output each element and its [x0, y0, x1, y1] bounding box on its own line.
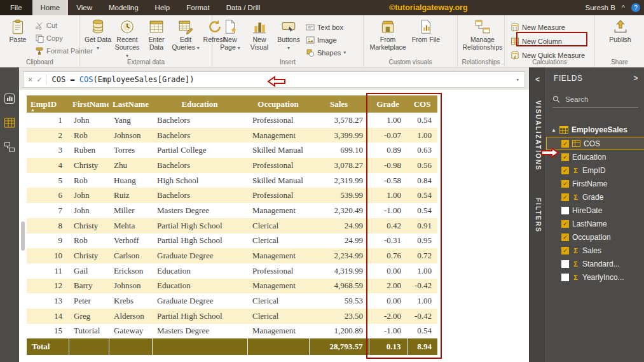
- table-row[interactable]: 12BarryJohnsonEducationManagement4,968.5…: [27, 279, 437, 294]
- table-row[interactable]: 13PeterKrebsGraduate DegreeClerical59.53…: [27, 293, 437, 309]
- column-header-firstname[interactable]: FirstName: [69, 95, 109, 113]
- visualizations-tab[interactable]: VISUALIZATIONS: [535, 101, 542, 171]
- field-checkbox-unchecked[interactable]: [561, 274, 569, 281]
- text-box-label: Text box: [317, 24, 343, 31]
- table-cell: -1.00: [369, 324, 407, 339]
- enter-data-button[interactable]: Enter Data: [142, 18, 170, 51]
- column-header-empid[interactable]: EmpID▲: [27, 95, 69, 113]
- table-row[interactable]: 11GailEricksonEducationProfessional4,319…: [27, 263, 437, 279]
- help-icon[interactable]: ?: [631, 3, 640, 12]
- table-row[interactable]: 3RubenTorresPartial CollegeSkilled Manua…: [27, 143, 437, 158]
- formula-expand-icon[interactable]: ▾: [516, 76, 519, 83]
- text-box-button[interactable]: Text box: [304, 21, 348, 33]
- field-checkbox-checked[interactable]: ✓: [561, 220, 569, 228]
- brand-text: ©tutorialgateway.org: [389, 0, 468, 15]
- table-cell: Graduate Degree: [152, 248, 247, 263]
- tab-file[interactable]: File: [0, 0, 32, 15]
- cancel-icon[interactable]: ×: [24, 75, 37, 84]
- field-item-hiredate[interactable]: HireDate: [546, 204, 644, 217]
- field-item-education[interactable]: ✓Education: [546, 150, 644, 164]
- shapes-button[interactable]: Shapes ▾: [304, 46, 348, 59]
- paste-button[interactable]: Paste: [4, 18, 32, 43]
- field-item-lastname[interactable]: ✓LastName: [546, 217, 644, 230]
- field-item-sales[interactable]: ✓ΣSales: [546, 244, 644, 257]
- get-data-button[interactable]: Get Data ▾: [84, 18, 112, 52]
- recent-sources-button[interactable]: Recent Sources ▾: [113, 18, 141, 60]
- field-item-standard[interactable]: ΣStandard...: [546, 257, 644, 270]
- table-cell: 0.54: [407, 188, 437, 203]
- formula-bar[interactable]: × ✓ COS = COS(EmployeeSales[Grade]) ▾: [23, 71, 525, 88]
- field-checkbox-unchecked[interactable]: [561, 260, 569, 268]
- tab-view[interactable]: View: [68, 0, 100, 15]
- table-row[interactable]: 15TutorialGatewayMasters DegreeManagemen…: [27, 324, 437, 339]
- table-row[interactable]: 2RobJohnsonBachelorsManagement3,399.99-0…: [27, 128, 437, 143]
- field-checkbox-checked[interactable]: ✓: [561, 180, 569, 188]
- from-marketplace-button[interactable]: From Marketplace: [367, 18, 408, 51]
- expand-collapse-icon[interactable]: ▲: [551, 127, 556, 133]
- table-cell: 1.00: [369, 113, 407, 128]
- table-row[interactable]: 6JohnRuizBachelorsProfessional539.991.00…: [27, 188, 437, 203]
- table-row[interactable]: 8ChristyMehtaPartial High SchoolClerical…: [27, 218, 437, 233]
- collapse-panel-icon[interactable]: <: [535, 75, 540, 84]
- column-header-occupation[interactable]: Occupation: [247, 95, 309, 113]
- report-view-button[interactable]: [4, 93, 15, 104]
- field-item-firstname[interactable]: ✓FirstName: [546, 177, 644, 190]
- model-view-button[interactable]: [4, 141, 15, 153]
- field-checkbox-unchecked[interactable]: [561, 207, 569, 214]
- column-header-cos[interactable]: COS: [407, 95, 437, 113]
- paste-icon: [10, 18, 26, 35]
- new-page-button[interactable]: New Page ▾: [216, 18, 244, 52]
- field-checkbox-checked[interactable]: ✓: [561, 193, 569, 201]
- data-view-button[interactable]: [4, 117, 15, 129]
- field-item-cos[interactable]: ✓COS: [546, 137, 644, 150]
- table-cell: Skilled Manual: [247, 143, 309, 158]
- field-checkbox-checked[interactable]: ✓: [561, 247, 569, 254]
- field-item-grade[interactable]: ✓ΣGrade: [546, 190, 644, 204]
- table-cell: Torres: [109, 143, 152, 158]
- field-checkbox-checked[interactable]: ✓: [561, 153, 569, 161]
- field-checkbox-checked[interactable]: ✓: [561, 167, 569, 174]
- new-measure-button[interactable]: New Measure: [509, 20, 587, 34]
- field-item-empid[interactable]: ✓ΣEmpID: [546, 164, 644, 177]
- column-header-lastname[interactable]: LastName: [109, 95, 152, 113]
- publish-label: Publish: [609, 36, 631, 43]
- from-file-button[interactable]: From File: [409, 18, 442, 43]
- tab-format[interactable]: Format: [178, 0, 217, 15]
- tab-modeling[interactable]: Modeling: [100, 0, 147, 15]
- tab-data-drill[interactable]: Data / Drill: [218, 0, 269, 15]
- new-column-button[interactable]: New Column: [509, 34, 587, 48]
- filters-tab[interactable]: FILTERS: [535, 198, 542, 233]
- table-scrollbar-thumb[interactable]: [21, 221, 25, 251]
- table-row[interactable]: 14GregAldersonPartial High SchoolClerica…: [27, 309, 437, 324]
- table-row[interactable]: 5RobHuangHigh SchoolSkilled Manual2,319.…: [27, 173, 437, 188]
- edit-queries-button[interactable]: Edit Queries ▾: [172, 18, 200, 52]
- table-row[interactable]: 4ChristyZhuBachelorsProfessional3,078.27…: [27, 158, 437, 173]
- table-row[interactable]: 10ChristyCarlsonGraduate DegreeManagemen…: [27, 248, 437, 263]
- manage-relationships-icon: [474, 18, 491, 35]
- collapse-ribbon-icon[interactable]: ^: [622, 4, 625, 11]
- field-checkbox-checked[interactable]: ✓: [561, 140, 569, 148]
- collapse-fields-icon[interactable]: >: [633, 74, 638, 83]
- tab-help[interactable]: Help: [147, 0, 179, 15]
- buttons-button[interactable]: Buttons▾: [275, 18, 303, 52]
- table-row[interactable]: 7JohnMillerMasters DegreeManagement2,320…: [27, 203, 437, 218]
- manage-relationships-button[interactable]: Manage Relationships: [462, 18, 504, 51]
- search-input[interactable]: [564, 95, 635, 104]
- field-checkbox-checked[interactable]: ✓: [561, 233, 569, 241]
- field-item-yearlyinco[interactable]: ΣYearlyInco...: [546, 270, 644, 284]
- column-header-sales[interactable]: Sales: [309, 95, 369, 113]
- column-header-education[interactable]: Education: [152, 95, 247, 113]
- table-cell: 24.99: [309, 218, 369, 233]
- commit-icon[interactable]: ✓: [37, 75, 46, 84]
- fields-table-employeesales[interactable]: ▲ EmployeeSales: [546, 123, 644, 137]
- column-header-grade[interactable]: Grade: [369, 95, 407, 113]
- table-row[interactable]: 1JohnYangBachelorsProfessional3,578.271.…: [27, 113, 437, 128]
- tab-home[interactable]: Home: [32, 0, 69, 15]
- publish-button[interactable]: Publish: [603, 18, 638, 43]
- user-name: Suresh B: [586, 4, 615, 11]
- field-item-occupation[interactable]: ✓Occupation: [546, 230, 644, 244]
- table-row[interactable]: 9RobVerhoffPartial High SchoolClerical24…: [27, 233, 437, 249]
- new-visual-button[interactable]: New Visual: [245, 18, 273, 51]
- table-cell: Miller: [109, 203, 152, 218]
- image-button[interactable]: Image: [304, 34, 348, 46]
